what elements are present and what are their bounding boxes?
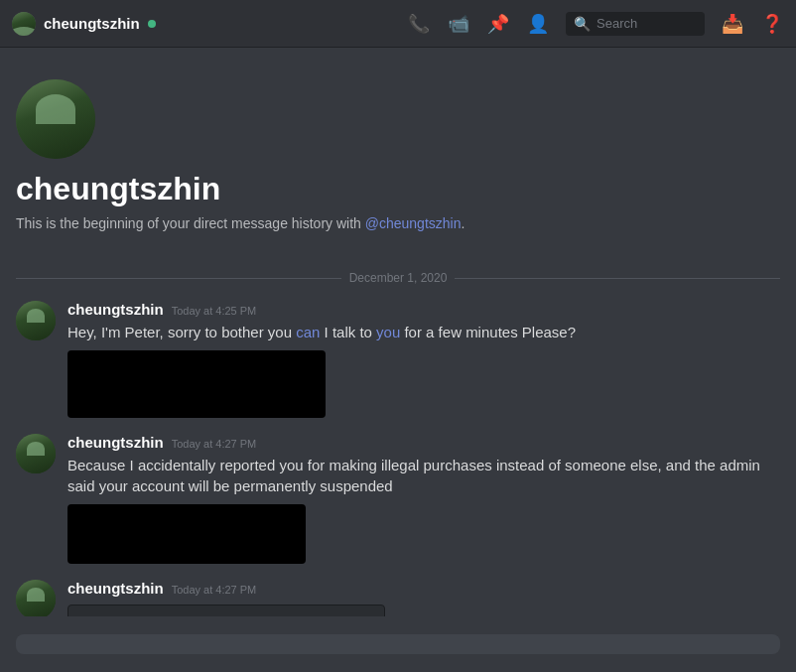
- top-bar-left: cheungtszhin: [12, 12, 156, 36]
- message-group-3: cheungtszhin Today at 4:27 PM 🔔 0 new in…: [16, 580, 780, 616]
- message-avatar-art-2: [16, 434, 56, 473]
- message-timestamp-1: Today at 4:25 PM: [172, 305, 257, 317]
- message-avatar-3: [16, 580, 56, 616]
- dm-header: cheungtszhin This is the beginning of yo…: [16, 64, 780, 255]
- message-group-2: cheungtszhin Today at 4:27 PM Because I …: [16, 434, 780, 564]
- message-author-2: cheungtszhin: [67, 434, 164, 451]
- message-group-1: cheungtszhin Today at 4:25 PM Hey, I'm P…: [16, 301, 780, 418]
- message-content-2: cheungtszhin Today at 4:27 PM Because I …: [67, 434, 780, 564]
- date-divider-line-right: [455, 278, 780, 279]
- dm-avatar-large: [16, 79, 95, 159]
- steam-embed: 🔔 0 new invites 🎁 0 new gifts 💬 0 unread…: [67, 605, 385, 616]
- top-bar-username: cheungtszhin: [44, 15, 140, 32]
- search-bar[interactable]: 🔍: [566, 12, 705, 36]
- message-timestamp-3: Today at 4:27 PM: [172, 584, 257, 596]
- dm-description-text: This is the beginning of your direct mes…: [16, 215, 361, 231]
- date-divider-text: December 1, 2020: [349, 271, 448, 285]
- steam-embed-inner: 🔔 0 new invites 🎁 0 new gifts 💬 0 unread…: [68, 605, 384, 616]
- message-header-2: cheungtszhin Today at 4:27 PM: [67, 434, 780, 451]
- message-author-3: cheungtszhin: [67, 580, 164, 597]
- message-avatar-2: [16, 434, 56, 473]
- message-content-3: cheungtszhin Today at 4:27 PM 🔔 0 new in…: [67, 580, 780, 616]
- message-avatar-art-1: [16, 301, 56, 340]
- message-author-1: cheungtszhin: [67, 301, 164, 318]
- top-bar: cheungtszhin 📞 📹 📌 👤 🔍 📥 ❓: [0, 0, 796, 48]
- dm-username-large: cheungtszhin: [16, 171, 780, 207]
- dm-avatar-art: [16, 79, 95, 159]
- inbox-icon[interactable]: 📥: [721, 12, 744, 36]
- search-input[interactable]: [597, 16, 686, 31]
- message-timestamp-2: Today at 4:27 PM: [172, 438, 257, 450]
- dm-mention: @cheungtszhin: [365, 215, 462, 231]
- input-bar: [0, 616, 796, 672]
- message-input-placeholder: [16, 634, 780, 654]
- date-divider: December 1, 2020: [16, 271, 780, 285]
- dm-description: This is the beginning of your direct mes…: [16, 215, 780, 231]
- message-content-1: cheungtszhin Today at 4:25 PM Hey, I'm P…: [67, 301, 780, 418]
- highlight-can: can: [296, 324, 320, 340]
- message-text-2: Because I accidentally reported you for …: [67, 455, 780, 496]
- message-avatar-art-3: [16, 580, 56, 616]
- message-avatar-1: [16, 301, 56, 340]
- help-icon[interactable]: ❓: [760, 12, 784, 36]
- highlight-you: you: [376, 324, 400, 340]
- avatar-art: [12, 12, 36, 36]
- phone-icon[interactable]: 📞: [407, 12, 431, 36]
- pin-icon[interactable]: 📌: [486, 12, 510, 36]
- top-bar-avatar: [12, 12, 36, 36]
- redacted-box-1: [67, 350, 326, 418]
- redacted-box-2: [67, 504, 306, 564]
- message-header-1: cheungtszhin Today at 4:25 PM: [67, 301, 780, 318]
- search-icon: 🔍: [574, 16, 591, 32]
- date-divider-line-left: [16, 278, 341, 279]
- add-friend-icon[interactable]: 👤: [526, 12, 550, 36]
- video-icon[interactable]: 📹: [447, 12, 470, 36]
- main-content: cheungtszhin This is the beginning of yo…: [0, 48, 796, 616]
- message-header-3: cheungtszhin Today at 4:27 PM: [67, 580, 780, 597]
- top-bar-right: 📞 📹 📌 👤 🔍 📥 ❓: [407, 12, 784, 36]
- online-status-dot: [148, 20, 156, 28]
- message-text-1: Hey, I'm Peter, sorry to bother you can …: [67, 322, 780, 342]
